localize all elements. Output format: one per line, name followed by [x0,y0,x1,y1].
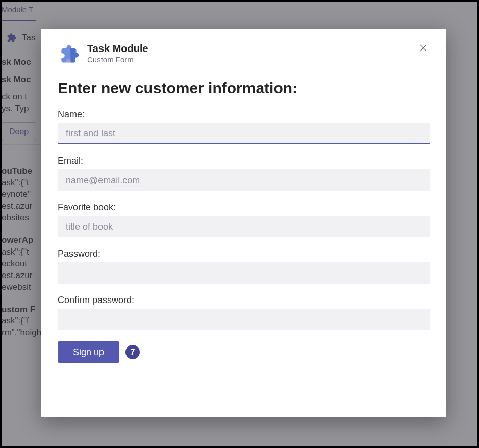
puzzle-icon [58,43,80,65]
annotation-badge: 7 [125,345,140,359]
name-input[interactable] [58,123,430,144]
dialog-subtitle: Custom Form [87,55,410,64]
label-name: Name: [58,109,430,120]
label-password: Password: [58,248,430,259]
sign-up-button[interactable]: Sign up [58,341,119,363]
close-icon[interactable] [417,43,430,55]
favorite-book-input[interactable] [58,216,430,237]
label-confirm-password: Confirm password: [58,295,430,306]
dialog-header: Task Module Custom Form [58,43,430,65]
confirm-password-input[interactable] [58,309,430,330]
field-name: Name: [58,109,430,144]
label-book: Favorite book: [58,202,430,213]
field-email: Email: [58,156,430,191]
email-input[interactable] [58,169,430,191]
field-book: Favorite book: [58,202,430,237]
field-confirm-password: Confirm password: [58,295,430,330]
form-heading: Enter new customer information: [58,80,430,97]
field-password: Password: [58,248,430,284]
task-module-dialog: Task Module Custom Form Enter new custom… [41,29,446,417]
dialog-title: Task Module [87,43,410,55]
password-input[interactable] [58,262,430,284]
label-email: Email: [58,156,430,166]
